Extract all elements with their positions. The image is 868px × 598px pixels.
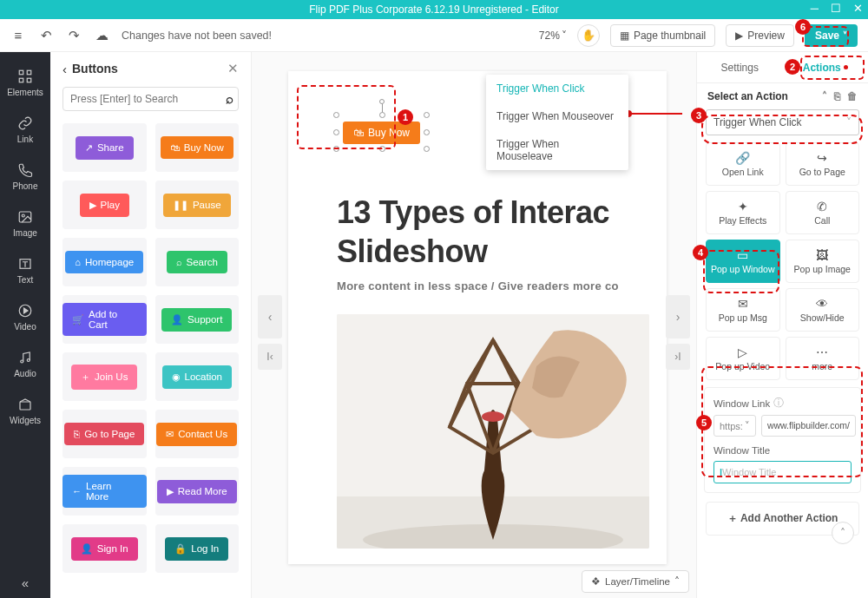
trigger-mouseleave[interactable]: Trigger When Mouseleave	[486, 130, 628, 170]
phone-nav[interactable]: Phone	[0, 153, 50, 200]
redo-icon[interactable]: ↷	[66, 28, 82, 43]
action-label: Call	[814, 215, 830, 226]
action-go-to-page[interactable]: ↪Go to Page	[786, 142, 860, 186]
button-chip[interactable]: 🛍Buy Now	[155, 123, 240, 172]
search-icon[interactable]: ⌕	[226, 91, 233, 106]
maximize-icon[interactable]: ☐	[831, 2, 841, 15]
button-chip[interactable]: 👤Sign In	[62, 524, 147, 573]
zoom-control[interactable]: 72%˅	[539, 30, 567, 42]
scroll-up-button[interactable]: ˄	[832, 522, 854, 544]
back-icon[interactable]: ‹	[62, 62, 67, 76]
page-thumbnail-button[interactable]: ▦Page thumbnail	[610, 24, 715, 47]
action-icon: 👁	[816, 297, 828, 311]
chevron-down-icon: ˅	[846, 116, 852, 128]
chip-label: Support	[187, 314, 222, 325]
tab-settings[interactable]: Settings	[697, 52, 783, 82]
button-chip[interactable]: ▶Play	[62, 181, 147, 229]
elements-nav[interactable]: Elements	[0, 59, 50, 106]
widgets-nav[interactable]: Widgets	[0, 387, 50, 434]
svg-point-9	[27, 358, 30, 361]
action-open-link[interactable]: 🔗Open Link	[706, 142, 780, 186]
chip-label: Read More	[178, 486, 227, 496]
url-input[interactable]: www.flipbuilder.com/	[761, 415, 856, 437]
copy-icon[interactable]: ⎘	[834, 90, 840, 102]
chip-icon: ＋	[81, 371, 90, 384]
chevron-left-icon: «	[22, 575, 29, 590]
button-chip[interactable]: ＋Join Us	[62, 352, 147, 401]
next-page[interactable]: ›	[666, 295, 690, 338]
first-page[interactable]: I‹	[258, 344, 282, 370]
chip-label: Log In	[191, 543, 219, 554]
collapse-icon[interactable]: ˄	[822, 90, 827, 102]
trigger-mouseover[interactable]: Trigger When Mouseover	[486, 102, 628, 130]
action-more[interactable]: ⋯more	[786, 337, 860, 380]
action-icon: ✆	[817, 200, 827, 214]
chip-label: Location	[185, 371, 222, 382]
button-chip[interactable]: ⌕Search	[155, 238, 240, 286]
button-chip[interactable]: ↗Share	[62, 123, 147, 172]
save-button[interactable]: Save˅	[805, 24, 858, 47]
button-chip[interactable]: ▶Read More	[155, 467, 240, 516]
action-icon: ⋯	[816, 345, 828, 359]
search-input[interactable]	[62, 87, 239, 111]
close-icon[interactable]: ✕	[853, 2, 863, 15]
action-icon: ↪	[817, 151, 827, 165]
audio-nav[interactable]: Audio	[0, 340, 50, 387]
chip-icon: ▶	[167, 486, 174, 497]
button-chip[interactable]: ✉Contact Us	[155, 410, 240, 458]
action-label: Go to Page	[799, 167, 845, 177]
chip-label: Play	[101, 200, 120, 210]
text-nav[interactable]: Text	[0, 246, 50, 293]
undo-icon[interactable]: ↶	[38, 28, 54, 43]
last-page[interactable]: ›I	[666, 344, 690, 370]
button-chip[interactable]: 🛒Add to Cart	[62, 295, 147, 344]
chip-label: Add to Cart	[89, 309, 137, 330]
svg-point-8	[21, 360, 23, 363]
chip-label: Learn More	[86, 481, 137, 502]
action-call[interactable]: ✆Call	[786, 191, 860, 234]
svg-rect-4	[19, 212, 31, 222]
action-label: Show/Hide	[800, 312, 845, 323]
action-show/hide[interactable]: 👁Show/Hide	[786, 288, 860, 332]
video-nav[interactable]: Video	[0, 293, 50, 340]
trigger-click[interactable]: Trigger When Click	[486, 75, 628, 102]
hamburger-icon[interactable]: ≡	[10, 28, 26, 43]
window-title-input[interactable]: |Window Title	[713, 461, 852, 483]
image-nav[interactable]: Image	[0, 200, 50, 246]
buttons-panel: ‹ Buttons ✕ ⌕ ↗Share🛍Buy Now▶Play❚❚Pause…	[50, 52, 252, 598]
collapse-nav[interactable]: «	[0, 567, 50, 598]
chip-label: Share	[97, 142, 124, 153]
action-pop-up-msg[interactable]: ✉Pop up Msg	[706, 288, 780, 332]
prev-page[interactable]: ‹	[258, 295, 282, 338]
layer-timeline-button[interactable]: ❖Layer/Timeline˄	[582, 570, 689, 593]
action-pop-up-video[interactable]: ▷Pop up Video	[706, 337, 780, 380]
selection-box[interactable]: 🛍Buy Now	[336, 115, 427, 149]
trash-icon[interactable]: 🗑	[847, 90, 858, 102]
svg-point-14	[482, 411, 504, 422]
action-pop-up-window[interactable]: ▭Pop up Window	[706, 240, 780, 283]
canvas[interactable]: 🛍Buy Now 13 Types of InteracSlideshow Mo…	[252, 52, 696, 598]
button-chip[interactable]: ←Learn More	[62, 467, 147, 516]
hand-tool[interactable]: ✋	[577, 24, 600, 47]
button-chip[interactable]: 👤Support	[155, 295, 240, 344]
chip-icon: ▶	[89, 200, 96, 211]
info-icon: ⓘ	[773, 397, 784, 410]
link-nav[interactable]: Link	[0, 106, 50, 153]
selected-button[interactable]: 🛍Buy Now	[343, 122, 420, 144]
window-link-block: Window Linkⓘ https:˅ www.flipbuilder.com…	[704, 387, 861, 493]
action-pop-up-image[interactable]: 🖼Pop up Image	[786, 240, 860, 283]
preview-button[interactable]: ▶Preview	[726, 24, 794, 47]
button-chip[interactable]: 🔒Log In	[155, 524, 240, 573]
minimize-icon[interactable]: ─	[811, 2, 819, 15]
page-heading: 13 Types of InteracSlideshow	[337, 193, 609, 271]
button-chip[interactable]: ◉Location	[155, 352, 240, 401]
chip-icon: 👤	[81, 543, 93, 555]
protocol-select[interactable]: https:˅	[713, 415, 756, 437]
button-chip[interactable]: ❚❚Pause	[155, 181, 240, 229]
action-play-effects[interactable]: ✦Play Effects	[706, 191, 780, 234]
action-label: Play Effects	[719, 215, 766, 226]
close-panel-icon[interactable]: ✕	[227, 61, 239, 76]
button-chip[interactable]: ⎘Go to Page	[62, 410, 147, 458]
button-chip[interactable]: ⌂Homepage	[62, 238, 147, 286]
trigger-select[interactable]: Trigger When Click˅	[706, 109, 859, 135]
